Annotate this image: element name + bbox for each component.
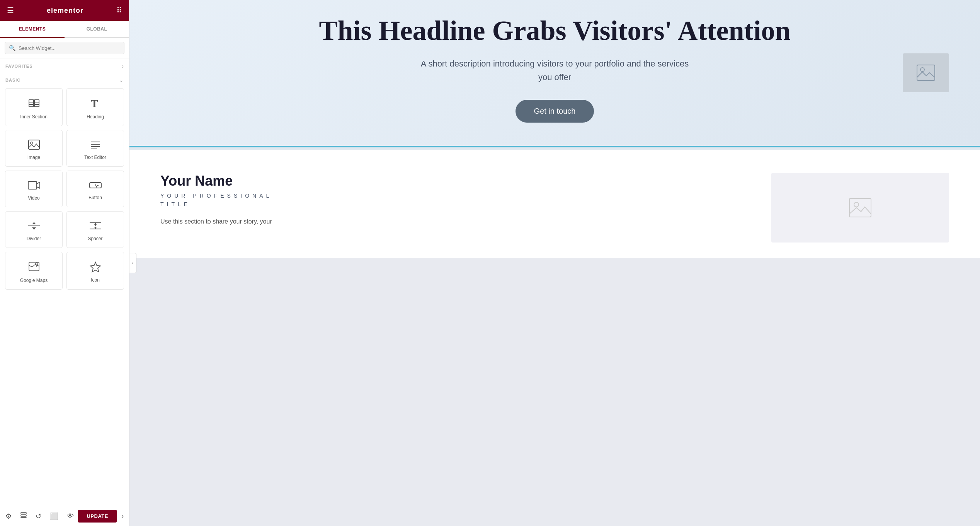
icon-icon	[90, 261, 101, 274]
widget-icon[interactable]: Icon	[66, 252, 124, 290]
svg-point-8	[31, 142, 33, 144]
footer-right: UPDATE ›	[78, 508, 127, 524]
history-icon[interactable]: ↺	[32, 508, 45, 524]
tab-global[interactable]: GLOBAL	[65, 21, 129, 37]
widget-divider[interactable]: Divider	[5, 211, 63, 248]
svg-rect-27	[21, 512, 26, 514]
svg-rect-7	[29, 140, 39, 149]
svg-rect-32	[849, 198, 871, 217]
svg-rect-23	[29, 262, 39, 271]
section-divider	[129, 147, 980, 150]
canvas: ‹ This Headline Grabs Visitors' Attentio…	[129, 0, 980, 526]
widget-spacer[interactable]: Spacer	[66, 211, 124, 248]
search-row: 🔍	[0, 38, 129, 58]
tabs-row: ELEMENTS GLOBAL	[0, 21, 129, 38]
spacer-icon	[89, 220, 102, 233]
search-input[interactable]	[19, 45, 120, 51]
get-in-touch-button[interactable]: Get in touch	[516, 100, 594, 123]
collapse-handle[interactable]: ‹	[129, 253, 136, 273]
widgets-grid: Inner Section T Heading Image	[0, 86, 129, 295]
widget-video-label: Video	[28, 195, 39, 201]
about-description: Use this section to share your story, yo…	[160, 216, 748, 227]
about-title: YOUR PROFESSIONALTITLE	[160, 191, 748, 209]
svg-point-24	[36, 263, 38, 265]
about-image-placeholder	[771, 173, 949, 243]
divider-icon	[27, 220, 41, 233]
footer-chevron-icon[interactable]: ›	[117, 508, 128, 524]
about-text: Your Name YOUR PROFESSIONALTITLE Use thi…	[160, 173, 748, 227]
basic-section-header[interactable]: BASIC ⌄	[0, 72, 129, 86]
widget-google-maps[interactable]: Google Maps	[5, 252, 63, 290]
widget-spacer-label: Spacer	[88, 236, 102, 241]
hero-section: This Headline Grabs Visitors' Attention …	[129, 0, 980, 147]
responsive-icon[interactable]: ⬜	[46, 508, 62, 524]
widget-inner-section[interactable]: Inner Section	[5, 88, 63, 126]
button-icon	[89, 180, 102, 192]
hero-headline: This Headline Grabs Visitors' Attention	[160, 15, 949, 46]
svg-marker-16	[32, 222, 36, 224]
favorites-arrow-icon: ›	[122, 63, 124, 69]
svg-rect-13	[28, 181, 37, 189]
basic-label: BASIC	[5, 78, 20, 82]
svg-rect-30	[917, 65, 935, 80]
about-section: Your Name YOUR PROFESSIONALTITLE Use thi…	[129, 150, 980, 258]
image-icon	[28, 139, 40, 152]
search-icon: 🔍	[9, 45, 15, 51]
widget-image[interactable]: Image	[5, 130, 63, 167]
hero-subtext: A short description introducing visitors…	[420, 57, 690, 84]
text-editor-icon	[89, 139, 102, 152]
tab-elements[interactable]: ELEMENTS	[0, 21, 65, 38]
heading-icon: T	[89, 97, 102, 111]
svg-point-33	[854, 202, 859, 207]
about-name: Your Name	[160, 173, 748, 189]
update-button[interactable]: UPDATE	[78, 510, 116, 523]
sidebar: ☰ elementor ⠿ ELEMENTS GLOBAL 🔍 FAVORITE…	[0, 0, 129, 526]
maps-icon	[28, 261, 40, 275]
sidebar-footer: ⚙ ↺ ⬜ 👁 UPDATE ›	[0, 506, 129, 526]
svg-point-31	[920, 68, 924, 72]
layers-icon[interactable]	[16, 508, 31, 524]
elementor-logo: elementor	[47, 7, 83, 15]
svg-rect-3	[34, 100, 39, 107]
widget-heading-label: Heading	[87, 114, 104, 120]
widget-button[interactable]: Button	[66, 171, 124, 207]
svg-rect-0	[29, 100, 34, 107]
settings-icon[interactable]: ⚙	[2, 508, 15, 524]
svg-marker-17	[32, 227, 36, 230]
video-icon	[27, 180, 41, 192]
basic-arrow-icon: ⌄	[119, 77, 124, 83]
inner-section-icon	[28, 97, 40, 111]
preview-icon[interactable]: 👁	[63, 508, 78, 524]
widget-button-label: Button	[88, 195, 102, 200]
collapse-icon: ‹	[132, 260, 134, 266]
widget-image-label: Image	[27, 155, 40, 160]
widget-text-editor[interactable]: Text Editor	[66, 130, 124, 167]
svg-rect-28	[21, 515, 26, 516]
search-box: 🔍	[5, 42, 124, 54]
widget-google-maps-label: Google Maps	[20, 278, 48, 283]
favorites-label: FAVORITES	[5, 64, 33, 68]
svg-marker-26	[90, 262, 100, 272]
widget-heading[interactable]: T Heading	[66, 88, 124, 126]
widget-text-editor-label: Text Editor	[84, 155, 106, 160]
grid-icon[interactable]: ⠿	[116, 6, 122, 15]
widget-icon-label: Icon	[91, 277, 100, 283]
svg-text:T: T	[91, 97, 98, 109]
widget-inner-section-label: Inner Section	[20, 114, 48, 120]
widget-divider-label: Divider	[27, 236, 41, 241]
hero-image-placeholder	[903, 53, 949, 92]
hamburger-icon[interactable]: ☰	[7, 6, 14, 15]
widget-video[interactable]: Video	[5, 171, 63, 207]
favorites-section-header[interactable]: FAVORITES ›	[0, 58, 129, 72]
svg-rect-29	[21, 517, 26, 517]
sidebar-header: ☰ elementor ⠿	[0, 0, 129, 21]
